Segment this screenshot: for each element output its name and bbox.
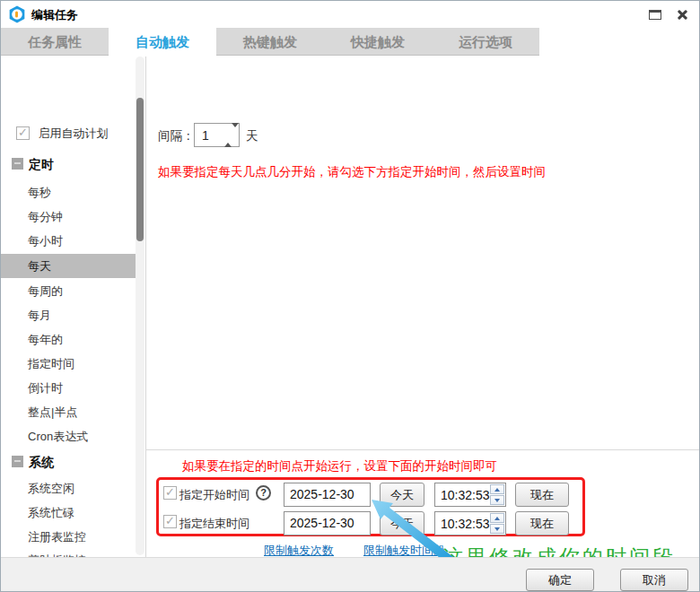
start-time-checkbox[interactable] [163,486,177,500]
tab-bar: 任务属性 自动触发 热键触发 快捷触发 运行选项 [1,28,539,56]
start-today-button[interactable]: 今天 [380,483,424,507]
interval-label: 间隔： [158,128,195,144]
tab-hotkey-trigger[interactable]: 热键触发 [216,28,324,56]
spin-up-icon[interactable] [490,513,504,523]
end-today-button[interactable]: 今天 [380,511,424,535]
window-title: 编辑任务 [31,7,78,23]
sidebar-item-monthly[interactable]: 每月 [1,305,137,326]
tab-run-options[interactable]: 运行选项 [432,28,539,56]
interval-input[interactable]: 1 [194,123,240,147]
collapse-icon[interactable] [12,456,23,467]
start-time-label: 指定开始时间 [179,487,249,503]
maximize-button[interactable] [643,7,667,23]
enable-auto-plan-checkbox[interactable] [16,126,30,140]
edit-task-window: 编辑任务 任务属性 自动触发 热键触发 快捷触发 运行选项 启用自动计划 定时 … [0,0,700,592]
spin-up-icon[interactable] [490,484,504,494]
tab-auto-trigger[interactable]: 自动触发 [109,28,216,57]
sidebar-item-specified-time[interactable]: 指定时间 [1,353,137,375]
interval-value: 1 [202,128,209,143]
sidebar-item-every-second[interactable]: 每秒 [1,182,137,204]
sidebar-item-cron[interactable]: Cron表达式 [1,426,137,448]
end-time-label: 指定结束时间 [179,516,249,532]
spin-down-icon[interactable] [232,123,239,143]
cancel-button[interactable]: 取消 [620,569,688,591]
spin-up-icon[interactable] [224,127,232,147]
sidebar-item-sys-busy[interactable]: 系统忙碌 [1,502,137,524]
spin-down-icon[interactable] [490,495,504,505]
interval-spinner[interactable] [224,127,233,144]
end-time-input[interactable]: 10:32:53 [434,511,506,535]
start-date-input[interactable]: 2025-12-30 [284,483,371,507]
end-date-input[interactable]: 2025-12-30 [284,511,371,535]
section-system: 系统 [12,455,54,471]
end-time-spinner[interactable] [490,513,504,534]
close-button[interactable] [672,6,694,22]
section-divider [145,449,700,450]
sidebar-item-yearly[interactable]: 每年的 [1,329,137,351]
daily-hint-text: 如果要指定每天几点几分开始，请勾选下方指定开始时间，然后设置时间 [158,164,546,180]
sidebar-item-countdown[interactable]: 倒计时 [1,378,137,399]
app-gear-icon [8,5,26,23]
tab-quick-trigger[interactable]: 快捷触发 [324,28,432,56]
maximize-icon [649,10,661,20]
enable-auto-plan-label: 启用自动计划 [38,126,108,140]
interval-unit: 天 [246,128,258,144]
footer-bar: 确定 取消 [1,557,700,592]
sidebar-scrollbar[interactable] [136,57,144,555]
section-timing: 定时 [12,157,54,173]
sidebar-item-weekly[interactable]: 每周的 [1,281,137,302]
title-bar: 编辑任务 [1,1,699,28]
sidebar-item-registry-monitor[interactable]: 注册表监控 [1,527,137,548]
sidebar-item-every-hour[interactable]: 每小时 [1,231,137,252]
enable-auto-plan[interactable]: 启用自动计划 [16,125,108,141]
ok-button[interactable]: 确定 [526,569,594,591]
spin-down-icon[interactable] [490,524,504,534]
end-time-checkbox[interactable] [163,515,177,528]
sidebar-scrollbar-thumb[interactable] [136,98,144,241]
sidebar-item-hour-half[interactable]: 整点|半点 [1,402,137,423]
sidebar-divider [145,57,146,557]
sidebar-item-sys-idle[interactable]: 系统空闲 [1,478,137,500]
sidebar-item-every-minute[interactable]: 每分钟 [1,206,137,228]
sidebar-item-every-day[interactable]: 每天 [1,254,137,278]
sidebar: 启用自动计划 定时 每秒 每分钟 每小时 每天 每周的 每月 每年的 指定时间 … [1,57,145,557]
help-icon[interactable]: ? [256,485,271,501]
start-now-button[interactable]: 现在 [515,483,569,507]
start-time-input[interactable]: 10:32:53 [434,483,506,507]
tab-task-properties[interactable]: 任务属性 [1,28,109,56]
end-now-button[interactable]: 现在 [515,511,569,535]
schedule-hint-text: 如果要在指定的时间点开始运行，设置下面的开始时间即可 [182,458,497,474]
collapse-icon[interactable] [12,158,23,170]
start-time-spinner[interactable] [490,484,504,505]
